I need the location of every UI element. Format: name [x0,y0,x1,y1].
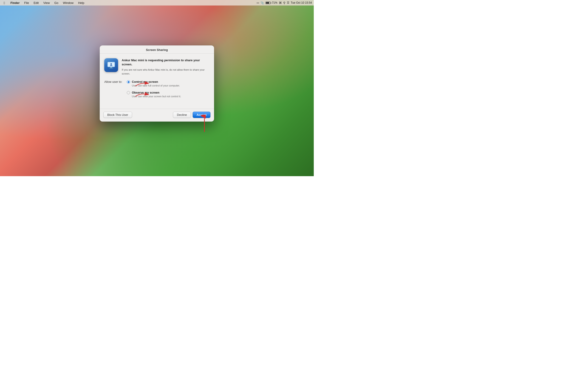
svg-point-4 [111,63,112,65]
decline-button[interactable]: Decline [173,112,191,118]
screen-sharing-svg [107,60,116,70]
arrow-control-annotation [133,79,152,88]
block-user-button[interactable]: Block This User [103,112,132,118]
radio-observe-input[interactable] [127,91,130,94]
dialog-top: Ankur Mac mini is requesting permission … [104,58,209,75]
radio-options: Control my screen User can take full con… [122,80,181,101]
dialog-title: Screen Sharing [146,48,168,52]
dialog-warning: If you are not sure who Ankur Mac mini i… [122,68,209,75]
svg-rect-2 [110,67,112,68]
arrow-accept-annotation [200,115,209,133]
allow-user-label: Allow user to: [104,80,122,83]
dialog-text: Ankur Mac mini is requesting permission … [122,58,209,75]
dialog-buttons: Block This User Decline Accept [100,109,214,122]
svg-rect-3 [109,68,113,69]
screen-sharing-app-icon [104,58,118,72]
desktop:  Finder File Edit View Go Window Help ▭… [0,0,314,176]
radio-control-input[interactable] [127,80,130,83]
dialog-titlebar: Screen Sharing [100,45,214,54]
arrow-observe-annotation [133,90,152,99]
dialog-content: Ankur Mac mini is requesting permission … [100,54,214,109]
screen-sharing-dialog: Screen Sharing [100,45,214,122]
dialog-request-title: Ankur Mac mini is requesting permission … [122,58,209,67]
radio-section: Allow user to: Control my screen User ca… [104,80,209,101]
dialog-overlay: Screen Sharing [0,0,314,176]
